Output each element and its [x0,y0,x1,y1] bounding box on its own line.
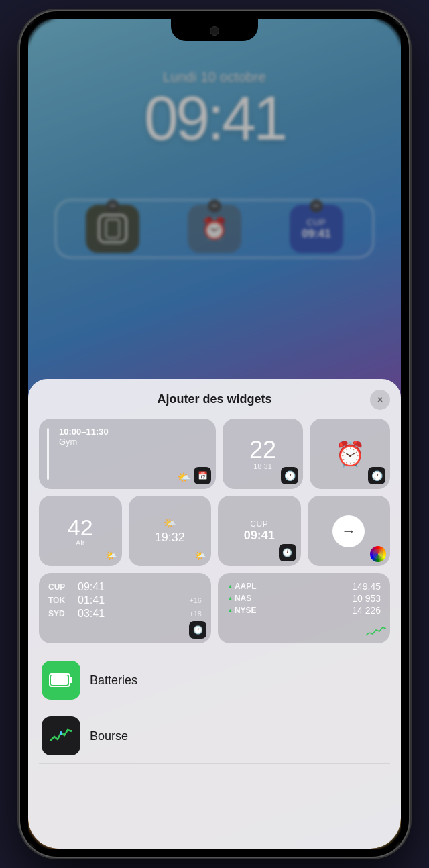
number-widget[interactable]: 22 18 31 🕐 [223,419,303,489]
widget-row-2: 42 Air 🌤️ 🌤️ 19:32 🌤️ [39,496,390,566]
bourse-icon [49,726,73,746]
calendar-gym: Gym [59,437,208,447]
app-list: Batteries Bourse [39,653,390,764]
stock-name-nas: ▲NAS [227,594,251,603]
air-content: 42 Air [68,516,93,547]
calendar-event-time: 10:00–11:30 [59,427,208,437]
stock-value-aapl: 149,45 [352,581,381,592]
sheet-header: Ajouter des widgets × [39,392,390,406]
app-item-batteries[interactable]: Batteries [39,653,390,708]
stocks-widget[interactable]: ▲AAPL 149,45 ▲NAS 10 953 [218,573,390,643]
cup-widget-2[interactable]: CUP 09:41 🕐 [218,496,301,566]
arrow-widget[interactable]: → [308,496,391,566]
clock-city-cup: CUP [48,582,72,592]
phone-screen: Lundi 10 octobre 09:41 − − ⏰ − [28,19,401,849]
close-button[interactable]: × [370,390,390,410]
bottom-sheet: Ajouter des widgets × 10:00–11:30 Gym [28,379,401,849]
weather-badge: 🌤️ [194,550,206,561]
stock-name-nyse: ▲NYSE [227,606,257,615]
phone-frame: Lundi 10 octobre 09:41 − − ⏰ − [20,11,409,857]
alarm-badge: 🕐 [368,467,385,484]
cup2-label: CUP [244,519,275,529]
clock-time-tok: 01:41 [78,594,189,606]
weather-sun: 🌤️ [155,517,185,529]
lock-screen: Lundi 10 octobre 09:41 − − ⏰ − [28,19,401,849]
batteries-app-name: Batteries [90,673,137,688]
clock-row-syd: SYD 03:41 +18 [48,608,202,620]
clock-row-tok: TOK 01:41 +16 [48,594,202,606]
alarm-emoji: ⏰ [335,440,365,468]
stock-row-nas: ▲NAS 10 953 [227,593,381,604]
widget-num-content: 22 18 31 [249,438,276,470]
battery-icon [49,673,73,688]
widget-grid: 10:00–11:30 Gym 📅 🌤️ 22 18 31 [39,419,390,643]
weather-time: 19:32 [155,531,185,545]
weather-widget[interactable]: 🌤️ 19:32 🌤️ [129,496,212,566]
arrow-circle: → [332,515,365,547]
stock-value-nas: 10 953 [352,593,381,604]
svg-rect-2 [51,675,68,685]
camera [210,26,219,36]
batteries-app-icon [42,661,80,700]
nyse-up-arrow: ▲ [227,607,233,614]
stock-value-nyse: 14 226 [352,605,381,616]
svg-point-4 [60,731,62,734]
cup2-content: CUP 09:41 [244,519,275,543]
cup2-badge: 🕐 [279,544,296,561]
clock-time-syd: 03:41 [78,608,189,620]
sparkline [366,623,386,639]
clock-city-tok: TOK [48,596,72,605]
app-item-bourse[interactable]: Bourse [39,708,390,764]
clock-city-syd: SYD [48,609,72,618]
worldclock-widget[interactable]: CUP 09:41 TOK 01:41 +16 SYD [39,573,211,643]
widget-row-3: CUP 09:41 TOK 01:41 +16 SYD [39,573,390,643]
big-number: 22 [249,438,276,462]
bourse-app-name: Bourse [90,729,128,743]
sheet-title: Ajouter des widgets [157,392,271,406]
clock-diff-syd: +18 [189,610,202,618]
clock-diff-tok: +16 [189,596,202,604]
notch [171,19,258,41]
stock-row-aapl: ▲AAPL 149,45 [227,581,381,592]
clock-row-cup: CUP 09:41 [48,581,202,593]
weather-content: 🌤️ 19:32 [155,517,185,545]
stock-row-nyse: ▲NYSE 14 226 [227,605,381,616]
bourse-app-icon [42,716,80,755]
worldclock-badge: 🕐 [189,621,206,639]
air-badge: 🌤️ [105,550,117,561]
widget-row-1: 10:00–11:30 Gym 📅 🌤️ 22 18 31 [39,419,390,489]
aapl-up-arrow: ▲ [227,583,233,590]
num-badge: 🕐 [281,467,298,484]
cup2-time: 09:41 [244,529,275,543]
calendar-bar [47,428,49,480]
calendar-widget[interactable]: 10:00–11:30 Gym 📅 🌤️ [39,419,216,489]
svg-rect-1 [70,677,72,683]
clock-time-cup: 09:41 [78,581,202,593]
calendar-badge: 📅 [194,467,211,484]
air-num: 42 [68,516,93,539]
stock-name-aapl: ▲AAPL [227,582,257,591]
rainbow-badge [370,546,386,562]
air-widget[interactable]: 42 Air 🌤️ [39,496,122,566]
alarm-widget-small[interactable]: ⏰ 🕐 [310,419,390,489]
nas-up-arrow: ▲ [227,595,233,602]
